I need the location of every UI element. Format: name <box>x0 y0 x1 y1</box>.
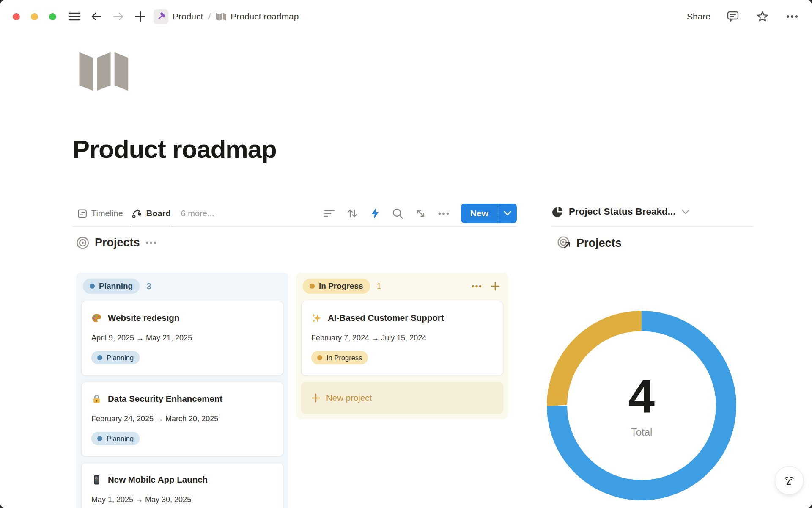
tab-label: Board <box>146 209 171 218</box>
status-label: Planning <box>99 282 133 291</box>
kanban-board: Planning 3 Website redesign April 9, 202… <box>76 273 508 508</box>
forward-icon[interactable] <box>111 9 126 24</box>
project-card-website-redesign[interactable]: Website redesign April 9, 2025 → May 21,… <box>81 301 283 375</box>
status-pill-planning[interactable]: Planning <box>83 279 140 294</box>
status-pill-in-progress[interactable]: In Progress <box>303 279 370 294</box>
new-button-label[interactable]: New <box>461 204 498 223</box>
card-title: AI-Based Customer Support <box>328 312 444 324</box>
card-dates: February 24, 2025 → March 20, 2025 <box>91 414 273 423</box>
column-planning: Planning 3 Website redesign April 9, 202… <box>76 273 288 508</box>
map-icon <box>216 12 226 21</box>
panel-chevron-down-icon[interactable] <box>681 209 690 215</box>
project-card-mobile-app[interactable]: New Mobile App Launch May 1, 2025 → May … <box>81 463 283 508</box>
breadcrumb: Product / Product roadmap <box>154 9 299 24</box>
status-label: Planning <box>107 435 134 443</box>
ai-face-icon <box>782 473 796 488</box>
breadcrumb-current[interactable]: Product roadmap <box>230 11 299 22</box>
tab-timeline[interactable]: Timeline <box>73 200 127 227</box>
palette-icon <box>91 313 102 323</box>
minimize-window-button[interactable] <box>31 13 38 20</box>
sparkles-icon <box>311 313 322 323</box>
comments-icon[interactable] <box>726 9 740 24</box>
status-dot <box>310 284 315 289</box>
search-icon[interactable] <box>390 205 406 221</box>
new-button-chevron-icon[interactable] <box>498 204 517 223</box>
more-options-icon[interactable] <box>785 9 799 24</box>
card-status-pill: In Progress <box>311 351 368 364</box>
status-dot <box>97 436 102 441</box>
card-status-pill: Planning <box>91 351 140 364</box>
plus-icon <box>311 393 321 403</box>
tab-label: Timeline <box>91 209 123 218</box>
mobile-phone-icon <box>91 475 102 485</box>
card-title: New Mobile App Launch <box>108 474 208 486</box>
status-label: In Progress <box>326 354 362 362</box>
sort-icon[interactable] <box>344 205 360 221</box>
status-dot <box>97 355 102 360</box>
column-in-progress-header: In Progress 1 <box>301 278 503 295</box>
status-label: In Progress <box>319 282 363 291</box>
chart-panel-header: Project Status Breakd... <box>552 198 754 225</box>
new-project-button[interactable]: New project <box>301 382 503 414</box>
column-count: 3 <box>146 282 151 291</box>
tabs-more-button[interactable]: 6 more... <box>175 209 220 218</box>
project-card-ai-support[interactable]: AI-Based Customer Support February 7, 20… <box>301 301 503 375</box>
breadcrumb-separator: / <box>208 11 211 22</box>
new-project-label: New project <box>326 393 372 403</box>
status-label: Planning <box>107 354 134 362</box>
card-dates: April 9, 2025 → May 21, 2025 <box>91 334 273 342</box>
view-more-icon[interactable] <box>436 205 452 221</box>
filter-icon[interactable] <box>321 205 337 221</box>
board-section-header: Projects <box>76 236 156 249</box>
card-title: Data Security Enhancement <box>108 393 222 405</box>
panel-divider <box>552 226 754 227</box>
view-toolbar: New <box>321 204 517 223</box>
board-divider <box>73 226 517 227</box>
zoom-window-button[interactable] <box>49 13 56 20</box>
product-page-icon[interactable] <box>154 9 168 24</box>
back-icon[interactable] <box>89 9 104 24</box>
project-card-data-security[interactable]: Data Security Enhancement February 24, 2… <box>81 382 283 456</box>
card-dates: February 7, 2024 → July 15, 2024 <box>311 334 493 342</box>
card-dates: May 1, 2025 → May 30, 2025 <box>91 495 273 504</box>
section-more-icon[interactable] <box>145 241 156 244</box>
sidebar-menu-icon[interactable] <box>67 9 82 24</box>
board-section-title: Projects <box>95 236 140 249</box>
expand-icon[interactable] <box>413 205 429 221</box>
linked-target-icon <box>557 236 571 250</box>
app-window: Product / Product roadmap Share Product … <box>0 0 812 508</box>
view-tabs-row: Timeline Board 6 more... <box>73 200 517 227</box>
status-dot <box>90 284 95 289</box>
breadcrumb-parent[interactable]: Product <box>173 11 203 22</box>
column-count: 1 <box>377 282 381 291</box>
chart-section-title: Projects <box>576 237 622 250</box>
card-status-pill: Planning <box>91 432 140 445</box>
page-title: Product roadmap <box>73 135 277 164</box>
chart-panel-title[interactable]: Project Status Breakd... <box>569 206 676 217</box>
pie-chart-icon <box>552 206 563 218</box>
new-button[interactable]: New <box>461 204 517 223</box>
tab-board[interactable]: Board <box>127 200 175 227</box>
new-tab-plus-icon[interactable] <box>133 9 148 24</box>
column-planning-header: Planning 3 <box>81 278 283 295</box>
lock-icon <box>91 394 102 404</box>
column-add-icon[interactable] <box>489 280 502 293</box>
favorite-star-icon[interactable] <box>755 9 770 24</box>
column-more-icon[interactable] <box>470 280 483 293</box>
card-title: Website redesign <box>108 312 179 324</box>
automation-lightning-icon[interactable] <box>367 205 383 221</box>
column-in-progress: In Progress 1 AI-Based Customer Support <box>296 273 508 419</box>
traffic-lights <box>13 13 56 20</box>
notion-ai-face-button[interactable] <box>775 466 804 495</box>
page-icon-map[interactable] <box>78 47 130 93</box>
status-dot <box>317 355 322 360</box>
status-breakdown-donut-chart[interactable]: 4 Total <box>546 310 737 501</box>
target-icon <box>76 236 89 249</box>
close-window-button[interactable] <box>13 13 20 20</box>
chart-section-header: Projects <box>557 236 622 250</box>
share-button[interactable]: Share <box>687 11 710 22</box>
window-titlebar: Product / Product roadmap Share <box>0 0 812 33</box>
